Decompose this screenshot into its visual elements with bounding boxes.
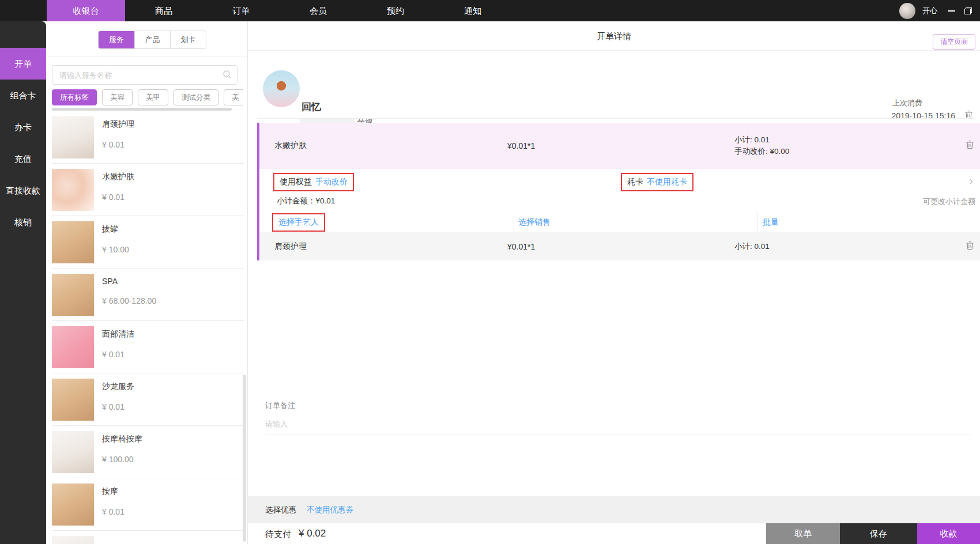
customer-card: 回忆 荣耀 会员编号 : 47692295 上次消费 2019-10-15 15… bbox=[248, 51, 980, 118]
service-name: 水嫩护肤 bbox=[102, 172, 134, 182]
artisan-annotation-box: 选择手艺人 bbox=[272, 213, 325, 232]
sidebar-item-open-bill[interactable]: 开单 bbox=[0, 48, 46, 80]
customer-name: 回忆 bbox=[301, 100, 321, 114]
order-items-card: 水嫩护肤 ¥0.01*1 小计: 0.01手动改价: ¥0.00 使用权益 手动… bbox=[257, 123, 980, 260]
batch-link[interactable]: 批量 bbox=[763, 217, 779, 228]
tab-services[interactable]: 服务 bbox=[99, 31, 134, 48]
remove-customer-trash-icon[interactable] bbox=[964, 110, 973, 122]
service-search bbox=[52, 65, 238, 85]
topbar-right: 开心 bbox=[899, 0, 972, 21]
catalog-header-divider bbox=[46, 56, 248, 56]
cashier-app: 收银台 商品 订单 会员 预约 通知 开心 开单 组合卡 办卡 充值 直接收款 … bbox=[0, 0, 980, 544]
service-image bbox=[52, 169, 94, 211]
rights-annotation-box: 使用权益 手动改价 bbox=[273, 173, 354, 191]
select-sales-link[interactable]: 选择销售 bbox=[518, 217, 551, 228]
sidebar-item-direct-payment[interactable]: 直接收款 bbox=[0, 175, 46, 206]
sidebar-item-combo-card[interactable]: 组合卡 bbox=[0, 80, 46, 111]
service-item[interactable]: 按摩椅按摩¥ 100.00 bbox=[46, 426, 248, 478]
tag-nails[interactable]: 美甲 bbox=[138, 89, 168, 105]
tab-orders[interactable]: 订单 bbox=[202, 0, 280, 21]
tags-scrollbar[interactable] bbox=[52, 108, 232, 111]
service-name: SPA bbox=[102, 277, 156, 286]
last-visit-label: 上次消费 bbox=[892, 98, 922, 108]
no-coupon-link[interactable]: 不使用优惠券 bbox=[307, 505, 353, 515]
top-nav-bar: 收银台 商品 订单 会员 预约 通知 开心 bbox=[0, 0, 980, 21]
top-tabs: 收银台 商品 订单 会员 预约 通知 bbox=[47, 0, 511, 21]
service-price: ¥ 10.00 bbox=[102, 245, 129, 254]
tag-all[interactable]: 所有标签 bbox=[52, 89, 97, 105]
customer-avatar[interactable] bbox=[263, 70, 300, 107]
service-name: 按摩椅按摩 bbox=[102, 434, 142, 444]
service-list-scrollbar[interactable] bbox=[243, 375, 246, 542]
no-consume-card-link[interactable]: 不使用耗卡 bbox=[647, 177, 687, 187]
service-item[interactable]: 水嫩护肤¥ 0.01 bbox=[46, 164, 248, 216]
service-item[interactable]: 沙龙服务¥ 0.01 bbox=[46, 373, 248, 426]
consume-card-annotation-box: 耗卡 不使用耗卡 bbox=[621, 173, 693, 191]
service-list: 肩颈护理¥ 0.01 水嫩护肤¥ 0.01 拔罐¥ 10.00 SPA¥ 68.… bbox=[46, 111, 248, 544]
service-item[interactable]: 肩颈护理¥ 0.01 bbox=[46, 111, 248, 164]
save-button[interactable]: 保存 bbox=[840, 523, 917, 544]
service-name: 沙龙服务 bbox=[102, 381, 134, 392]
service-item[interactable]: 面部清洁¥ 0.01 bbox=[46, 321, 248, 373]
item-qty: ¥0.01*1 bbox=[507, 141, 535, 150]
service-image bbox=[52, 379, 94, 421]
tab-card-swipe[interactable]: 划卡 bbox=[170, 31, 206, 48]
tab-cashier[interactable]: 收银台 bbox=[47, 0, 125, 21]
order-remark-label: 订单备注 bbox=[265, 401, 295, 411]
order-header: 开单详情 清空页面 bbox=[248, 21, 980, 51]
subtotal-line: 小计: 0.01 bbox=[734, 135, 770, 144]
service-price: ¥ 0.01 bbox=[102, 350, 134, 359]
tab-products[interactable]: 产品 bbox=[134, 31, 170, 48]
sidebar-item-new-card[interactable]: 办卡 bbox=[0, 111, 46, 143]
username[interactable]: 开心 bbox=[922, 6, 937, 16]
sidebar-item-recharge[interactable]: 充值 bbox=[0, 143, 46, 175]
service-search-input[interactable] bbox=[52, 65, 238, 85]
coupon-bar: 选择优惠 不使用优惠券 bbox=[248, 496, 980, 523]
service-name: 面部清洁 bbox=[102, 329, 134, 339]
service-name: 肩颈护理 bbox=[102, 119, 134, 130]
tag-clipped[interactable]: 美 bbox=[224, 89, 243, 105]
clear-page-button[interactable]: 清空页面 bbox=[933, 34, 975, 50]
select-artisan-link[interactable]: 选择手艺人 bbox=[278, 217, 319, 228]
service-item[interactable]: SPA¥ 68.00-128.00 bbox=[46, 269, 248, 321]
restore-window-icon[interactable] bbox=[964, 7, 972, 14]
page-title: 开单详情 bbox=[248, 31, 980, 42]
tab-members[interactable]: 会员 bbox=[280, 0, 357, 21]
chevron-right-icon[interactable]: › bbox=[969, 175, 973, 186]
item-name: 肩颈护理 bbox=[274, 241, 307, 252]
order-item-row[interactable]: 肩颈护理 ¥0.01*1 小计: 0.01 bbox=[259, 232, 980, 260]
editable-subtotal-hint: 可更改小计金额 bbox=[923, 197, 975, 207]
tab-notifications[interactable]: 通知 bbox=[434, 0, 511, 21]
service-price: ¥ 0.01 bbox=[102, 507, 125, 516]
service-item-partial[interactable] bbox=[46, 531, 248, 544]
checkout-button[interactable]: 收款 bbox=[917, 523, 980, 544]
tag-beauty[interactable]: 美容 bbox=[102, 89, 133, 105]
order-detail-panel: 开单详情 清空页面 回忆 荣耀 会员编号 : 47692295 上次消费 201… bbox=[248, 21, 980, 544]
service-image bbox=[52, 536, 94, 544]
order-item-row-selected[interactable]: 水嫩护肤 ¥0.01*1 小计: 0.01手动改价: ¥0.00 bbox=[259, 123, 980, 169]
service-item[interactable]: 拔罐¥ 10.00 bbox=[46, 216, 248, 269]
service-price: ¥ 0.01 bbox=[102, 402, 134, 411]
tab-appointments[interactable]: 预约 bbox=[357, 0, 434, 21]
customer-divider bbox=[257, 118, 974, 119]
service-image bbox=[52, 483, 94, 526]
user-avatar[interactable] bbox=[899, 3, 915, 19]
delete-item-trash-icon[interactable] bbox=[966, 140, 974, 152]
manual-reprice-link[interactable]: 手动改价 bbox=[315, 177, 348, 187]
minimize-icon[interactable] bbox=[948, 10, 955, 12]
tag-test-category[interactable]: 测试分类 bbox=[174, 89, 218, 105]
hold-order-button[interactable]: 取单 bbox=[766, 523, 840, 544]
left-sidebar: 开单 组合卡 办卡 充值 直接收款 核销 bbox=[0, 21, 46, 544]
service-price: ¥ 100.00 bbox=[102, 455, 142, 464]
subtotal-amount: 小计金额：¥0.01 bbox=[277, 196, 335, 206]
sidebar-item-verify[interactable]: 核销 bbox=[0, 206, 46, 238]
manual-price-line: 手动改价: ¥0.00 bbox=[734, 147, 789, 156]
tab-goods[interactable]: 商品 bbox=[125, 0, 202, 21]
service-item[interactable]: 按摩¥ 0.01 bbox=[46, 478, 248, 531]
service-image bbox=[52, 221, 94, 263]
order-remark-input[interactable] bbox=[265, 413, 971, 435]
item-subtotal: 小计: 0.01 bbox=[734, 241, 770, 252]
delete-item-trash-icon[interactable] bbox=[966, 241, 974, 252]
item-detail-section: 使用权益 手动改价 耗卡 不使用耗卡 › 小计金额：¥0.01 可更改小计金额 bbox=[259, 169, 980, 213]
rights-label: 使用权益 bbox=[280, 177, 312, 187]
